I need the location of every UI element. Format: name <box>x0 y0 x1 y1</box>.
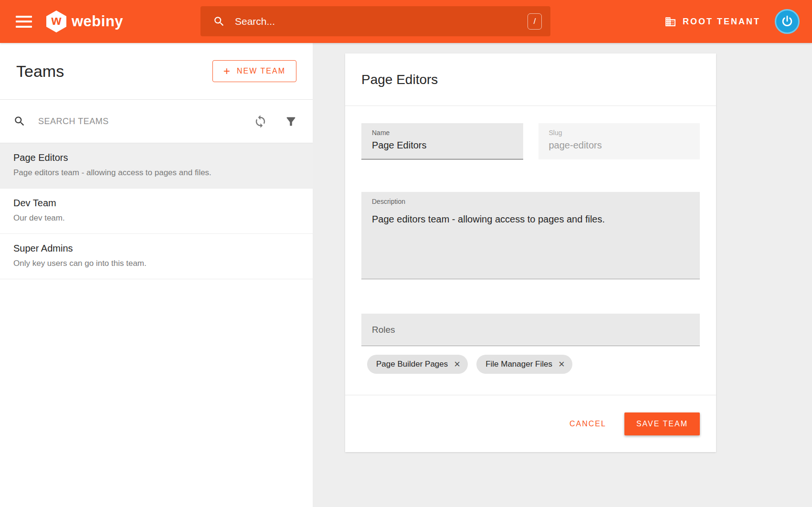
page-title: Teams <box>16 62 64 81</box>
app-header: w webiny / ROOT TENANT <box>0 0 812 43</box>
tenant-selector[interactable]: ROOT TENANT <box>664 16 760 28</box>
team-detail-header: Page Editors <box>345 53 716 106</box>
description-input[interactable]: Page editors team - allowing access to p… <box>372 214 689 271</box>
role-chip-label: File Manager Files <box>485 359 552 369</box>
search-icon <box>213 15 225 28</box>
team-detail-card: Page Editors Name Slug Description Page … <box>345 53 716 452</box>
team-list-item[interactable]: Dev Team Our dev team. <box>0 189 313 234</box>
header-right-section: ROOT TENANT <box>664 0 800 43</box>
new-team-button[interactable]: + NEW TEAM <box>212 60 296 82</box>
user-avatar[interactable] <box>775 9 800 34</box>
refresh-button[interactable] <box>252 113 269 130</box>
team-description: Our dev team. <box>13 213 299 223</box>
slug-field: Slug <box>538 123 700 159</box>
slug-input <box>549 140 690 151</box>
global-search-bar[interactable]: / <box>200 6 550 36</box>
main-content: Teams + NEW TEAM Page Editors Page edito… <box>0 43 812 507</box>
role-chip-label: Page Builder Pages <box>376 359 448 369</box>
team-detail-panel: Page Editors Name Slug Description Page … <box>313 43 812 507</box>
team-detail-title: Page Editors <box>361 72 438 87</box>
remove-role-icon[interactable]: × <box>453 359 461 370</box>
description-field[interactable]: Description Page editors team - allowing… <box>361 192 700 279</box>
role-chip: File Manager Files × <box>476 355 572 374</box>
teams-list-header: Teams + NEW TEAM <box>0 43 313 99</box>
name-field[interactable]: Name <box>361 123 523 159</box>
webiny-logo[interactable]: w webiny <box>46 11 123 32</box>
team-name: Super Admins <box>13 243 299 254</box>
team-description: Page editors team - allowing access to p… <box>13 168 299 178</box>
team-form: Name Slug Description Page editors team … <box>345 106 716 374</box>
new-team-button-label: NEW TEAM <box>237 67 285 75</box>
cancel-button[interactable]: CANCEL <box>563 414 613 434</box>
team-description: Only key users can go into this team. <box>13 259 299 268</box>
search-icon <box>13 115 26 127</box>
menu-icon[interactable] <box>16 16 32 28</box>
teams-search-input[interactable] <box>38 116 238 127</box>
name-input[interactable] <box>372 140 513 151</box>
power-icon <box>780 15 794 28</box>
search-shortcut-badge: / <box>527 13 542 30</box>
webiny-logo-text: webiny <box>72 13 123 30</box>
team-name: Page Editors <box>13 152 299 163</box>
save-team-button[interactable]: SAVE TEAM <box>624 412 700 435</box>
tenant-icon <box>664 16 676 28</box>
teams-search-row <box>0 99 313 143</box>
role-chips: Page Builder Pages × File Manager Files … <box>361 355 700 374</box>
team-detail-footer: CANCEL SAVE TEAM <box>345 395 716 452</box>
global-search-input[interactable] <box>235 16 527 27</box>
roles-field[interactable]: Roles <box>361 314 700 346</box>
teams-list-panel: Teams + NEW TEAM Page Editors Page edito… <box>0 43 313 507</box>
team-list-item[interactable]: Page Editors Page editors team - allowin… <box>0 143 313 189</box>
slug-field-label: Slug <box>549 129 690 137</box>
team-list-item[interactable]: Super Admins Only key users can go into … <box>0 234 313 279</box>
filter-button[interactable] <box>283 113 299 130</box>
roles-field-label: Roles <box>372 325 395 335</box>
tenant-label: ROOT TENANT <box>683 17 760 27</box>
role-chip: Page Builder Pages × <box>367 355 468 374</box>
name-field-label: Name <box>372 129 513 137</box>
description-field-label: Description <box>372 198 689 205</box>
team-name: Dev Team <box>13 198 299 209</box>
remove-role-icon[interactable]: × <box>558 359 566 370</box>
plus-icon: + <box>223 68 231 74</box>
webiny-logo-icon: w <box>46 11 66 32</box>
